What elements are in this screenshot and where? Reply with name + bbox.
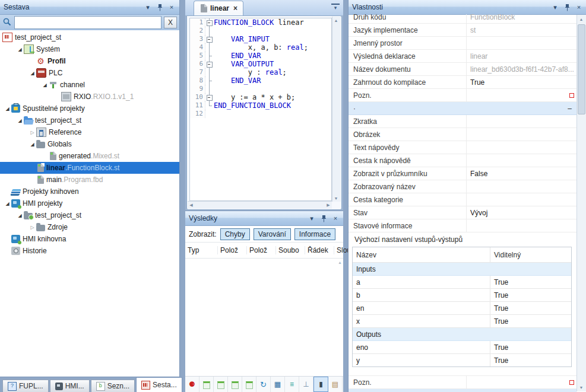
window-menu-icon[interactable]: ▾ bbox=[551, 3, 559, 11]
tree-item-test-project-st[interactable]: test_project_st bbox=[0, 31, 179, 43]
property-row[interactable]: Zobrazit v průzkumníkuFalse bbox=[349, 167, 577, 180]
property-value[interactable] bbox=[467, 193, 577, 206]
filter-button-varování[interactable]: Varování bbox=[254, 228, 291, 240]
scroll-down-icon[interactable]: ▼ bbox=[332, 195, 340, 202]
io-visible-value[interactable]: True bbox=[490, 278, 571, 286]
io-group-row[interactable]: Outputs bbox=[353, 328, 571, 341]
property-row[interactable]: Jazyk implementacest bbox=[349, 24, 577, 37]
property-value[interactable] bbox=[467, 37, 577, 49]
property-row[interactable]: Text nápovědy bbox=[349, 141, 577, 154]
property-row[interactable]: Cesta kategorie bbox=[349, 193, 577, 206]
pin-icon[interactable] bbox=[156, 3, 164, 11]
property-row[interactable]: Výsledná deklaracelinear bbox=[349, 50, 577, 63]
property-row[interactable]: Cesta k nápovědě bbox=[349, 154, 577, 167]
tree-item-zdroje[interactable]: ▷Zdroje bbox=[0, 221, 179, 233]
property-category[interactable]: · HMI– bbox=[349, 389, 577, 392]
fold-margin[interactable] bbox=[205, 93, 214, 101]
pin-icon[interactable] bbox=[563, 3, 571, 11]
property-row[interactable]: Zkratka bbox=[349, 115, 577, 128]
expand-arrow-icon[interactable]: ◢ bbox=[28, 71, 36, 76]
io-group-row[interactable]: Inputs bbox=[353, 263, 571, 276]
property-row[interactable]: Název dokumentulinear_bd630d3b-f6f1-42b7… bbox=[349, 63, 577, 76]
property-category[interactable]: ·– bbox=[349, 102, 577, 115]
tree-item-test-project-st[interactable]: ◢test_project_st bbox=[0, 114, 179, 126]
tree-item-main[interactable]: main.Program.fbd bbox=[0, 174, 179, 186]
tree-item-plc[interactable]: ◢PLC bbox=[0, 67, 179, 79]
expand-arrow-icon[interactable]: ◢ bbox=[16, 118, 24, 123]
fold-collapse-icon[interactable] bbox=[207, 20, 213, 26]
scroll-left-icon[interactable]: ◀ bbox=[188, 202, 195, 209]
tree-item-channel[interactable]: ◢channel bbox=[0, 79, 179, 91]
expand-arrow-icon[interactable]: ◢ bbox=[16, 47, 24, 52]
window-menu-icon[interactable]: ▾ bbox=[144, 3, 152, 11]
io-row[interactable]: aTrue bbox=[353, 276, 571, 289]
dock-icon[interactable]: ⊥ bbox=[299, 377, 313, 392]
battery-icon[interactable]: ▮ bbox=[313, 377, 328, 392]
close-icon[interactable]: × bbox=[575, 3, 583, 11]
window-icon[interactable] bbox=[214, 377, 228, 392]
io-row[interactable]: enTrue bbox=[353, 302, 571, 315]
fold-margin[interactable] bbox=[205, 35, 214, 43]
property-row[interactable]: Stavové informace bbox=[349, 219, 577, 232]
property-row[interactable]: Pozn. bbox=[349, 376, 577, 389]
io-visible-value[interactable]: True bbox=[490, 356, 571, 365]
tree-item-syst-m[interactable]: ◢Systém bbox=[0, 43, 179, 55]
bottom-tab-hmi[interactable]: HMI... bbox=[50, 380, 90, 392]
close-icon[interactable]: × bbox=[167, 3, 176, 11]
code-editor[interactable]: 1FUNCTION_BLOCK linear23 VAR_INPUT4 x, a… bbox=[189, 18, 332, 201]
property-value[interactable]: Vývoj bbox=[467, 206, 577, 219]
property-value[interactable]: linear_bd630d3b-f6f1-42b7-af8... bbox=[467, 63, 577, 75]
property-row[interactable]: Zahrnout do kompilaceTrue bbox=[349, 76, 577, 89]
record-icon[interactable]: ⚈ bbox=[185, 377, 199, 392]
expand-arrow-icon[interactable]: ◢ bbox=[4, 201, 11, 206]
fold-margin[interactable] bbox=[205, 18, 214, 27]
chart-icon[interactable]: ▦ bbox=[271, 377, 285, 392]
property-value[interactable] bbox=[467, 141, 577, 154]
property-value[interactable]: linear bbox=[467, 50, 577, 62]
results-list[interactable]: ▲ bbox=[185, 259, 343, 376]
property-row[interactable]: Zobrazovaný název bbox=[349, 180, 577, 193]
fold-margin[interactable] bbox=[205, 60, 214, 68]
tree-item-profil[interactable]: ⚙Profil bbox=[0, 55, 179, 67]
filter-button-informace[interactable]: Informace bbox=[294, 228, 335, 240]
pin-icon[interactable] bbox=[319, 214, 328, 222]
expand-arrow-icon[interactable]: ◢ bbox=[41, 82, 49, 88]
property-value[interactable] bbox=[467, 115, 577, 128]
tree-item-linear[interactable]: linear.FunctionBlock.st bbox=[0, 162, 179, 174]
tab-close-icon[interactable]: × bbox=[233, 4, 237, 12]
collapse-icon[interactable]: – bbox=[568, 104, 572, 113]
properties-vertical-scrollbar[interactable]: ▲ ▼ bbox=[577, 15, 586, 391]
window-icon[interactable] bbox=[228, 377, 242, 392]
scroll-right-icon[interactable]: ▶ bbox=[325, 202, 332, 209]
scroll-down-icon[interactable]: ▼ bbox=[578, 384, 585, 391]
note-marker-icon[interactable] bbox=[569, 93, 574, 98]
io-row[interactable]: bTrue bbox=[353, 289, 571, 302]
window-menu-icon[interactable]: ▾ bbox=[308, 214, 316, 222]
property-value[interactable]: True bbox=[467, 76, 577, 88]
tree-item-historie[interactable]: Historie bbox=[0, 245, 179, 257]
expand-arrow-icon[interactable]: ◢ bbox=[28, 142, 36, 147]
editor-horizontal-scrollbar[interactable]: ◀ ▶ bbox=[188, 201, 332, 209]
collapse-arrow-icon[interactable]: ▷ bbox=[28, 225, 36, 230]
property-value[interactable] bbox=[467, 376, 577, 388]
tree-item-rxio[interactable]: RXIO.RXIO.1.v1_1 bbox=[0, 91, 179, 103]
note-marker-icon[interactable] bbox=[569, 380, 574, 385]
property-row[interactable]: Jmenný prostor bbox=[349, 37, 577, 50]
property-value[interactable] bbox=[467, 219, 577, 232]
search-input[interactable] bbox=[14, 16, 161, 29]
archive-icon[interactable]: ▤ bbox=[328, 377, 343, 392]
expand-arrow-icon[interactable]: ◢ bbox=[4, 106, 11, 111]
io-visible-value[interactable]: True bbox=[490, 317, 571, 326]
io-visible-value[interactable]: True bbox=[490, 304, 571, 313]
results-column-header[interactable]: Typ bbox=[185, 246, 218, 254]
results-column-header[interactable]: Soubo bbox=[276, 246, 305, 254]
io-visible-value[interactable]: True bbox=[490, 343, 571, 352]
scrollbar-thumb[interactable] bbox=[578, 24, 585, 114]
property-row[interactable]: Druh kóduFunctionBlock bbox=[349, 14, 577, 24]
tree-item-spustiteln-projekty[interactable]: ◢Spustitelné projekty bbox=[0, 103, 179, 114]
window-icon[interactable] bbox=[242, 377, 256, 392]
tree-item-reference[interactable]: ▷Reference bbox=[0, 126, 179, 138]
property-value[interactable]: st bbox=[467, 24, 577, 36]
property-value[interactable]: False bbox=[467, 167, 577, 180]
fold-collapse-icon[interactable] bbox=[207, 37, 213, 43]
